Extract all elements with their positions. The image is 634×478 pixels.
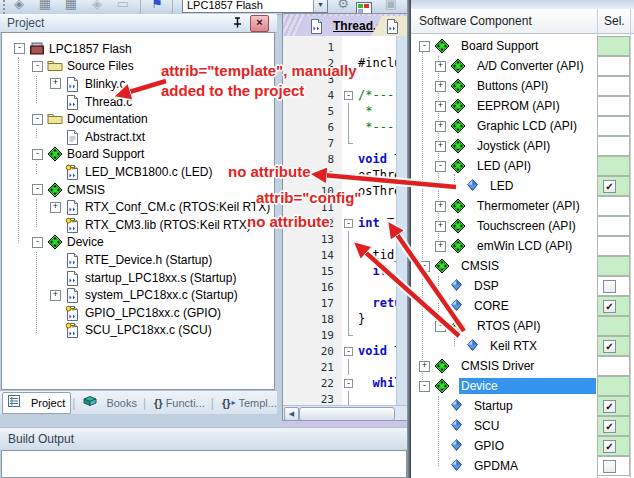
checkbox[interactable]: ✓ [603, 300, 616, 313]
tab-templ[interactable]: {}▸Templ... [217, 395, 277, 411]
component-tree-item[interactable]: -Board Support [411, 36, 634, 56]
line-number: 5 [283, 105, 342, 118]
expand-icon[interactable]: + [435, 221, 446, 232]
expand-icon[interactable]: + [435, 61, 446, 72]
collapse-icon[interactable]: - [435, 161, 446, 172]
expand-icon[interactable]: + [50, 202, 61, 213]
component-tree-item[interactable]: -LED (API) [411, 156, 634, 176]
target-select-dropdown-icon[interactable]: ▼ [313, 0, 327, 12]
expand-icon[interactable]: + [435, 101, 446, 112]
checkbox[interactable] [603, 280, 616, 293]
component-tree-item[interactable]: +EEPROM (API) [411, 96, 634, 116]
component-tree-item[interactable]: CORE✓ [411, 296, 634, 316]
component-tree-item[interactable]: +emWin LCD (API) [411, 236, 634, 256]
component-tree-item[interactable]: Keil RTX✓ [411, 336, 634, 356]
project-tree-item[interactable]: +system_LPC18xx.c (Startup) [2, 286, 274, 304]
component-tree-item[interactable]: -Device [411, 376, 634, 396]
project-tree-item[interactable]: -Documentation [2, 110, 274, 128]
fold-collapse-icon[interactable]: - [344, 347, 353, 356]
component-label[interactable]: Device [459, 378, 596, 394]
project-tree-item[interactable]: -LPC1857 Flash [2, 40, 274, 58]
project-tree-item[interactable]: startup_LPC18xx.s (Startup) [2, 269, 274, 287]
expand-icon[interactable]: + [50, 78, 61, 89]
collapse-icon[interactable]: - [32, 184, 43, 195]
component-tree-item[interactable]: SCU✓ [411, 416, 634, 436]
tab-thread-c[interactable]: Thread.c [295, 16, 383, 36]
expand-icon[interactable]: + [419, 361, 430, 372]
component-tree-item[interactable]: +Thermometer (API) [411, 196, 634, 216]
pin-icon[interactable] [231, 16, 244, 29]
project-tree-item[interactable]: Abstract.txt [2, 128, 274, 146]
download-flash-icon[interactable]: ⚑ [148, 0, 166, 13]
expand-icon[interactable]: + [435, 121, 446, 132]
window-icon[interactable]: ▣ [382, 0, 400, 13]
collapse-icon[interactable]: - [32, 237, 43, 248]
fold-line [348, 263, 349, 279]
component-tree-item[interactable]: GPIO✓ [411, 436, 634, 456]
project-tree-item[interactable]: -Device [2, 234, 274, 252]
rebuild-icon[interactable]: ▦ [62, 0, 80, 13]
target-select-combobox[interactable]: LPC1857 Flash ▼ [182, 0, 328, 13]
tab-project[interactable]: Project [2, 392, 71, 414]
expand-icon[interactable]: + [435, 81, 446, 92]
build-icon[interactable]: ◈ [10, 0, 28, 13]
component-tree-item[interactable]: +Joystick (API) [411, 136, 634, 156]
editor-body[interactable]: 12#include34-/*------------5 *6 *-------… [283, 36, 408, 420]
project-tree-item[interactable]: RTX_CM3.lib (RTOS:Keil RTX) [2, 216, 274, 234]
target-options-icon[interactable]: ⚙ [334, 0, 352, 13]
toolbar-drag-handle[interactable] [3, 0, 8, 14]
fold-collapse-icon[interactable]: - [344, 219, 353, 228]
scrollbar-thumb[interactable] [299, 407, 395, 420]
tab-functi[interactable]: {}Functi... [149, 395, 210, 411]
project-tree-item[interactable]: RTE_Device.h (Startup) [2, 251, 274, 269]
fold-collapse-icon[interactable]: - [344, 91, 353, 100]
batch-build-icon[interactable]: ▦ [36, 0, 54, 13]
tab-books[interactable]: Books [78, 393, 142, 413]
project-tree-item[interactable]: -Source Files [2, 58, 274, 76]
expand-icon[interactable]: + [435, 201, 446, 212]
scroll-left-icon[interactable]: ◀ [284, 407, 299, 420]
checkbox[interactable] [603, 460, 616, 473]
component-tree-item[interactable]: -RTOS (API) [411, 316, 634, 336]
collapse-icon[interactable]: - [32, 149, 43, 160]
project-tree-item[interactable]: +RTX_Conf_CM.c (RTOS:Keil RTX) [2, 198, 274, 216]
component-tree-item[interactable]: +Graphic LCD (API) [411, 116, 634, 136]
translate-icon[interactable]: ◈ [88, 0, 106, 13]
checkbox[interactable]: ✓ [603, 440, 616, 453]
checkbox[interactable]: ✓ [603, 340, 616, 353]
collapse-icon[interactable]: - [419, 261, 430, 272]
expand-icon[interactable]: + [50, 290, 61, 301]
component-tree-item[interactable]: +CMSIS Driver [411, 356, 634, 376]
checkbox[interactable]: ✓ [603, 420, 616, 433]
component-tree-item[interactable]: +A/D Converter (API) [411, 56, 634, 76]
project-tree-item[interactable]: Thread.c [2, 93, 274, 111]
expand-icon[interactable]: + [435, 241, 446, 252]
component-tree-item[interactable]: -CMSIS [411, 256, 634, 276]
component-tree-item[interactable]: GPDMA [411, 456, 634, 476]
collapse-icon[interactable]: - [419, 41, 430, 52]
checkbox[interactable]: ✓ [603, 180, 616, 193]
expand-icon[interactable]: + [435, 141, 446, 152]
component-tree-item[interactable]: DSP [411, 276, 634, 296]
project-tree-item[interactable]: -Board Support [2, 146, 274, 164]
component-tree-item[interactable]: Startup✓ [411, 396, 634, 416]
component-tree-item[interactable]: +Touchscreen (API) [411, 216, 634, 236]
collapse-icon[interactable]: - [32, 61, 43, 72]
component-tree-item[interactable]: LED✓ [411, 176, 634, 196]
collapse-icon[interactable]: - [419, 381, 430, 392]
project-tree-item[interactable]: GPIO_LPC18xx.c (GPIO) [2, 304, 274, 322]
project-tree-item[interactable]: -CMSIS [2, 181, 274, 199]
project-tree-item[interactable]: LED_MCB1800.c (LED) [2, 163, 274, 181]
collapse-icon[interactable]: - [32, 114, 43, 125]
fold-collapse-icon[interactable]: - [344, 379, 353, 388]
close-icon[interactable]: × [250, 15, 269, 32]
checkbox[interactable]: ✓ [603, 400, 616, 413]
editor-horizontal-scrollbar[interactable]: ◀ [283, 405, 408, 420]
component-tree-item[interactable]: +Buttons (API) [411, 76, 634, 96]
fold-margin [342, 119, 356, 135]
project-tree-item[interactable]: +Blinky.c [2, 75, 274, 93]
collapse-icon[interactable]: - [435, 321, 446, 332]
collapse-icon[interactable]: - [14, 43, 25, 54]
build-output-content[interactable] [1, 450, 407, 478]
project-tree-item[interactable]: SCU_LPC18xx.c (SCU) [2, 322, 274, 340]
